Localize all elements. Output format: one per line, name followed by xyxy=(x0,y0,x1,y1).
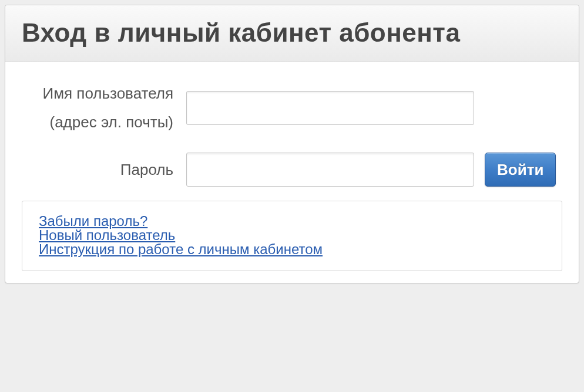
username-label-line1: Имя пользователя xyxy=(22,83,173,104)
new-user-link[interactable]: Новый пользователь xyxy=(39,228,175,242)
password-input[interactable] xyxy=(186,153,474,187)
panel-body: Имя пользователя (адрес эл. почты) Парол… xyxy=(5,62,579,283)
password-label: Пароль xyxy=(22,160,186,180)
page-title: Вход в личный кабинет абонента xyxy=(22,18,562,48)
username-input[interactable] xyxy=(186,91,474,125)
forgot-password-link[interactable]: Забыли пароль? xyxy=(39,214,147,228)
links-box: Забыли пароль? Новый пользователь Инстру… xyxy=(22,201,562,271)
manual-link[interactable]: Инструкция по работе с личным кабинетом xyxy=(39,242,323,256)
panel-header: Вход в личный кабинет абонента xyxy=(5,5,579,62)
login-panel: Вход в личный кабинет абонента Имя польз… xyxy=(5,5,579,283)
username-label: Имя пользователя (адрес эл. почты) xyxy=(22,83,186,133)
username-label-line2: (адрес эл. почты) xyxy=(22,112,173,133)
login-button[interactable]: Войти xyxy=(485,153,556,187)
username-row: Имя пользователя (адрес эл. почты) xyxy=(22,83,562,133)
password-row: Пароль Войти xyxy=(22,153,562,187)
